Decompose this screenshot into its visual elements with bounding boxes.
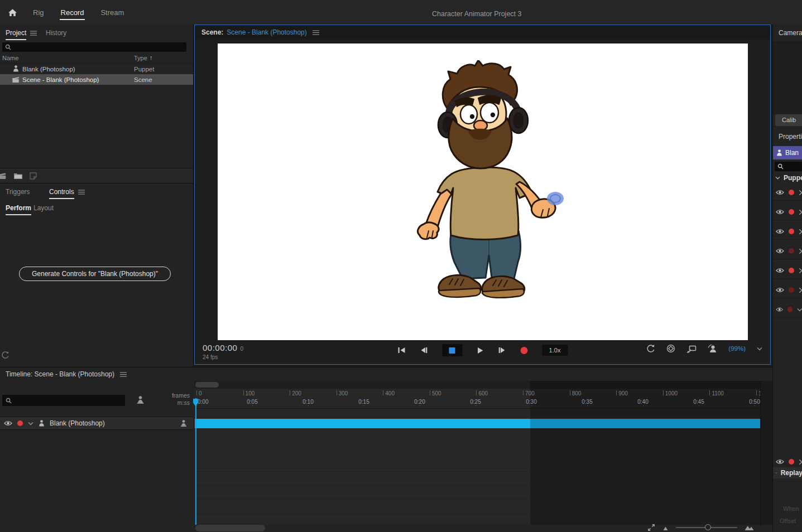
mss-unit-label[interactable]: m:ss [154,399,190,407]
record-arm-dot[interactable] [789,248,794,254]
chevron-down-icon[interactable] [757,347,762,351]
record-arm-dot[interactable] [789,190,794,195]
track-bar[interactable] [195,419,530,428]
horizontal-scrollbar-thumb[interactable] [195,525,265,531]
layer-row[interactable] [773,204,802,220]
chevron-down-icon[interactable] [797,308,802,312]
chevron-right-icon[interactable] [799,248,802,254]
record-arm-dot[interactable] [789,209,794,215]
layer-row[interactable] [773,243,802,259]
replay-section-header[interactable]: Replay [773,467,802,478]
panel-menu-icon[interactable] [78,190,85,195]
project-search[interactable] [2,42,186,52]
new-item-icon[interactable] [30,172,37,180]
column-name[interactable]: Name [2,55,18,61]
play-button[interactable] [477,347,483,354]
chevron-right-icon[interactable] [799,268,802,274]
next-frame-button[interactable] [498,347,506,354]
record-button[interactable] [520,347,527,354]
properties-search[interactable] [775,162,802,171]
record-arm-dot[interactable] [17,420,23,426]
home-icon[interactable] [8,8,17,17]
ruler-frames[interactable]: 0100200300400500600700800900100011001200 [194,390,760,398]
ruler-times[interactable]: 0:000:050:100:150:200:250:300:350:400:45… [194,398,760,406]
table-row[interactable]: Scene - Blank (Photoshop)Scene [0,74,193,85]
scene-name-link[interactable]: Scene - Blank (Photoshop) [227,28,306,36]
tab-stream[interactable]: Stream [99,1,125,24]
scene-canvas[interactable] [218,43,748,340]
record-arm-dot[interactable] [789,268,794,273]
zoom-out-mountain-icon[interactable] [662,525,669,531]
snapshot-icon[interactable] [666,344,675,353]
search-input[interactable] [15,396,112,404]
refresh-scene-icon[interactable] [646,344,655,353]
zoom-bar-thumb[interactable] [195,382,219,388]
search-input[interactable] [14,43,161,51]
performer-mode-icon[interactable] [708,344,717,353]
eye-icon[interactable] [776,307,783,312]
new-scene-icon[interactable] [0,172,7,180]
refresh-icon[interactable] [1,351,9,359]
panel-menu-icon[interactable] [120,372,127,377]
selected-puppet-item[interactable]: Blan [773,146,802,159]
track-bar-extension[interactable] [530,419,760,428]
timeline-zoom-slider[interactable] [676,527,737,528]
expand-timeline-icon[interactable] [647,524,655,531]
folder-icon[interactable] [13,172,23,180]
frames-unit-label[interactable]: frames [154,392,190,399]
arm-for-record-icon[interactable] [180,419,188,427]
playhead[interactable] [195,398,196,525]
table-row[interactable]: Blank (Photoshop)Puppet [0,64,193,74]
canvas-zoom-level[interactable]: (99%) [728,345,746,352]
chevron-down-icon[interactable] [28,422,33,425]
generate-controls-button[interactable]: Generate Controls for "Blank (Photoshop)… [19,267,171,281]
calibrate-button[interactable]: Calib [775,114,802,126]
record-arm-dot[interactable] [789,229,794,234]
subtab-perform[interactable]: Perform [6,204,31,212]
zoom-slider-knob[interactable] [705,524,711,530]
layer-row[interactable] [773,224,802,240]
puppet-group-header[interactable]: Puppe [775,174,802,182]
eye-icon[interactable] [776,190,784,195]
eye-icon[interactable] [776,248,784,254]
subtab-layout[interactable]: Layout [33,204,54,212]
record-arm-dot[interactable] [789,287,794,293]
stop-button[interactable] [442,344,462,356]
stream-to-device-icon[interactable] [686,345,697,353]
tab-project[interactable]: Project [6,29,26,37]
record-arm-dot[interactable] [789,459,794,465]
panel-menu-icon[interactable] [30,31,37,36]
playhead-marker[interactable] [193,398,199,407]
timeline-zoom-bar[interactable] [194,381,760,389]
panel-menu-icon[interactable] [313,30,319,35]
playback-speed[interactable]: 1.0x [542,345,568,356]
chevron-right-icon[interactable] [799,229,802,235]
column-type[interactable]: Type [134,55,147,61]
eye-icon[interactable] [776,209,784,215]
layer-row[interactable] [773,185,802,201]
tab-triggers[interactable]: Triggers [6,188,30,196]
tab-record[interactable]: Record [60,1,85,24]
tab-history[interactable]: History [46,29,66,37]
chevron-right-icon[interactable] [799,459,802,465]
track-header-row[interactable]: Blank (Photoshop) [0,417,193,430]
tab-rig[interactable]: Rig [32,1,45,24]
eye-icon[interactable] [776,287,784,293]
layer-row[interactable] [773,302,802,318]
layer-row[interactable] [773,282,802,298]
eye-icon[interactable] [776,459,784,465]
go-to-start-button[interactable] [397,347,405,354]
chevron-right-icon[interactable] [799,209,802,215]
eye-icon[interactable] [4,420,12,426]
tab-controls[interactable]: Controls [49,188,74,196]
record-arm-dot[interactable] [787,307,793,312]
previous-frame-button[interactable] [420,347,428,354]
zoom-in-mountains-icon[interactable] [744,524,755,531]
chevron-right-icon[interactable] [799,190,802,196]
eye-icon[interactable] [776,268,784,273]
eye-icon[interactable] [776,229,784,234]
arm-for-record-icon[interactable] [136,395,145,404]
chevron-right-icon[interactable] [799,287,802,293]
layer-row[interactable] [773,263,802,279]
timeline-search[interactable] [2,395,125,406]
